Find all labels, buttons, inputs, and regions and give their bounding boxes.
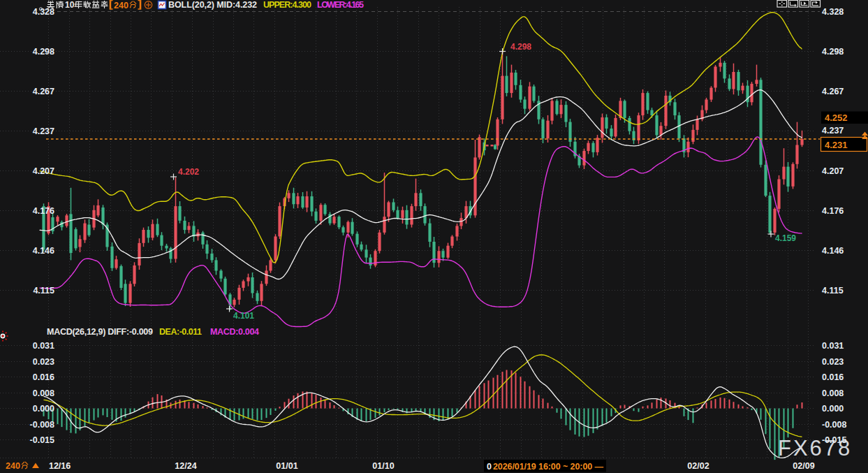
svg-text:02/09: 02/09: [793, 461, 814, 471]
svg-text:0.008: 0.008: [33, 388, 54, 398]
svg-text:240: 240: [114, 1, 128, 10]
svg-text:4.252: 4.252: [825, 112, 848, 123]
svg-text:FX678: FX678: [778, 436, 852, 460]
svg-text:4.267: 4.267: [822, 87, 844, 96]
svg-text:01/01: 01/01: [276, 461, 297, 471]
svg-text:0.023: 0.023: [33, 357, 54, 367]
svg-text:4.298: 4.298: [510, 42, 531, 52]
svg-text:0.000: 0.000: [822, 404, 844, 414]
svg-text:01/10: 01/10: [372, 461, 394, 471]
svg-text:0.031: 0.031: [33, 341, 54, 351]
svg-text:4.328: 4.328: [822, 7, 844, 17]
svg-text:-0.008: -0.008: [30, 420, 54, 430]
svg-text:4.231: 4.231: [825, 140, 848, 150]
svg-text:0.016: 0.016: [33, 372, 54, 382]
svg-text:UPPER:4.300: UPPER:4.300: [263, 0, 311, 10]
svg-text:12/24: 12/24: [175, 461, 196, 471]
svg-text:-0.015: -0.015: [30, 435, 54, 445]
svg-text:DEA:-0.011: DEA:-0.011: [159, 327, 202, 337]
svg-text:LOWER:4.165: LOWER:4.165: [317, 0, 364, 10]
svg-text:4.101: 4.101: [233, 311, 254, 321]
svg-text:0.000: 0.000: [33, 404, 54, 414]
svg-text:2026/01/19 16:00 ~ 20:00 —: 2026/01/19 16:00 ~ 20:00 —: [493, 462, 604, 472]
svg-text:4.202: 4.202: [178, 167, 199, 177]
svg-text:4.298: 4.298: [33, 47, 54, 57]
svg-text:BOLL(20,2) MID:4.232: BOLL(20,2) MID:4.232: [168, 0, 257, 10]
svg-text:4.146: 4.146: [822, 246, 844, 256]
svg-text:4.298: 4.298: [822, 47, 844, 57]
svg-text:-0.008: -0.008: [822, 420, 846, 430]
svg-text:4.115: 4.115: [822, 286, 844, 296]
svg-text:4.237: 4.237: [33, 126, 54, 136]
svg-text:4.207: 4.207: [822, 166, 844, 176]
svg-text:4.176: 4.176: [33, 206, 54, 216]
svg-text:4.115: 4.115: [33, 286, 54, 296]
svg-text:MACD:0.004: MACD:0.004: [210, 327, 259, 337]
svg-text:240: 240: [6, 461, 20, 471]
svg-text:4.207: 4.207: [33, 166, 54, 176]
svg-text:4.267: 4.267: [33, 87, 54, 96]
svg-text:4.159: 4.159: [775, 233, 796, 243]
svg-text:0: 0: [487, 462, 492, 472]
svg-text:4.328: 4.328: [33, 7, 54, 17]
svg-text:MACD(26,12,9) DIFF:-0.009: MACD(26,12,9) DIFF:-0.009: [47, 327, 153, 337]
svg-text:4.176: 4.176: [822, 206, 844, 216]
svg-text:4.146: 4.146: [33, 246, 54, 256]
svg-text:0.031: 0.031: [822, 341, 844, 351]
svg-text:4.237: 4.237: [822, 126, 844, 136]
svg-text:0.008: 0.008: [822, 388, 844, 398]
svg-text:02/02: 02/02: [687, 461, 709, 471]
svg-text:10: 10: [65, 0, 75, 10]
svg-text:12/16: 12/16: [49, 461, 71, 471]
svg-text:0.023: 0.023: [822, 357, 844, 367]
svg-text:0.016: 0.016: [822, 372, 844, 382]
